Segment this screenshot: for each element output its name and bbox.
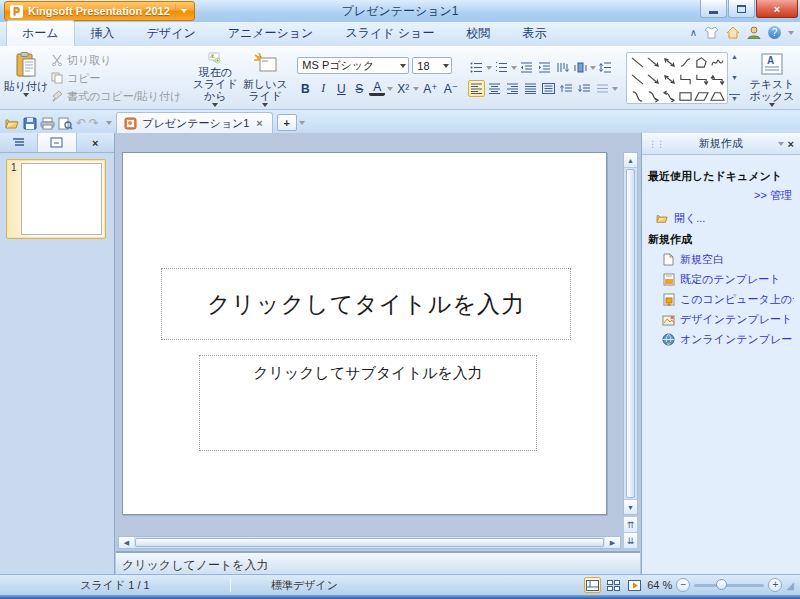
minimize-button[interactable] bbox=[700, 0, 727, 18]
shape-double-arrow-connector[interactable] bbox=[662, 73, 677, 86]
notes-pane[interactable]: クリックしてノートを入力 bbox=[116, 551, 640, 574]
shape-elbow-connector[interactable] bbox=[678, 73, 693, 86]
manage-link[interactable]: >> 管理 bbox=[754, 189, 792, 201]
shape-arrow[interactable] bbox=[646, 56, 661, 69]
align-left-button[interactable] bbox=[468, 80, 485, 97]
collapse-ribbon-icon[interactable]: ∧ bbox=[690, 27, 697, 38]
tab-animation[interactable]: アニメーション bbox=[212, 20, 330, 46]
print-button[interactable] bbox=[40, 117, 55, 130]
open-file-button[interactable] bbox=[5, 117, 20, 130]
open-link[interactable]: 開く... bbox=[674, 211, 705, 226]
font-size-combobox[interactable]: 18 bbox=[412, 57, 452, 74]
shape-curved-arrow-connector[interactable] bbox=[646, 90, 661, 103]
shape-curved-double-arrow-connector[interactable] bbox=[662, 90, 677, 103]
zoom-slider-thumb[interactable] bbox=[716, 579, 727, 590]
chevron-down-icon[interactable] bbox=[778, 142, 784, 146]
increase-paragraph-spacing-button[interactable] bbox=[558, 80, 575, 97]
grow-font-button[interactable]: A⁺ bbox=[421, 80, 439, 97]
decrease-paragraph-spacing-button[interactable] bbox=[576, 80, 593, 97]
text-box-button[interactable]: A テキスト ボックス bbox=[747, 49, 797, 107]
distribute-text-button[interactable] bbox=[540, 80, 557, 97]
account-icon[interactable] bbox=[747, 26, 761, 39]
save-button[interactable] bbox=[23, 117, 37, 130]
new-document-tab-button[interactable]: + bbox=[277, 114, 297, 131]
justify-button[interactable] bbox=[522, 80, 539, 97]
gallery-scroll-up-icon[interactable]: ▲ bbox=[729, 53, 740, 61]
help-icon[interactable]: ? bbox=[768, 26, 781, 39]
shrink-font-button[interactable]: A⁻ bbox=[442, 80, 460, 97]
shape-line-connector[interactable] bbox=[630, 73, 645, 86]
maximize-button[interactable] bbox=[728, 0, 755, 18]
align-right-button[interactable] bbox=[504, 80, 521, 97]
scroll-left-icon[interactable]: ◀ bbox=[119, 537, 134, 548]
outline-view-tab[interactable] bbox=[0, 133, 38, 152]
chevron-down-icon[interactable] bbox=[413, 87, 419, 91]
normal-view-button[interactable] bbox=[584, 577, 601, 593]
scroll-down-icon[interactable]: ▼ bbox=[624, 499, 637, 514]
shape-line[interactable] bbox=[630, 56, 645, 69]
shape-freeform[interactable] bbox=[694, 56, 709, 69]
undo-button[interactable]: ↶ bbox=[76, 116, 86, 130]
shape-double-arrow[interactable] bbox=[662, 56, 677, 69]
zoom-slider[interactable] bbox=[694, 584, 764, 587]
chevron-down-icon[interactable] bbox=[788, 31, 794, 35]
vertical-scrollbar-thumb[interactable] bbox=[626, 169, 635, 498]
computer-template-link[interactable]: このコンピュータ上のテンプレート bbox=[680, 292, 794, 307]
shape-curved-connector[interactable] bbox=[630, 90, 645, 103]
chevron-down-icon[interactable] bbox=[590, 66, 596, 70]
gallery-scroll-down-icon[interactable]: ▼ bbox=[729, 74, 740, 82]
slide-sorter-view-button[interactable] bbox=[605, 577, 622, 593]
tab-home[interactable]: ホーム bbox=[6, 20, 75, 46]
new-slide-button[interactable]: 新しいス ライド bbox=[241, 49, 289, 107]
slides-view-tab[interactable] bbox=[38, 133, 76, 152]
line-spacing-button[interactable] bbox=[597, 59, 614, 76]
new-blank-link[interactable]: 新規空白 bbox=[680, 252, 724, 267]
paste-button[interactable]: 貼り付け bbox=[3, 49, 49, 107]
scroll-right-icon[interactable]: ▶ bbox=[605, 537, 620, 548]
font-name-combobox[interactable]: MS Pゴシック bbox=[297, 57, 409, 74]
horizontal-scrollbar-thumb[interactable] bbox=[135, 538, 604, 547]
cut-button[interactable]: 切り取り bbox=[51, 53, 181, 68]
next-slide-button[interactable]: ⇊ bbox=[623, 533, 638, 549]
align-center-button[interactable] bbox=[486, 80, 503, 97]
chevron-down-icon[interactable] bbox=[486, 66, 492, 70]
strikethrough-button[interactable]: S bbox=[351, 80, 367, 97]
numbered-list-button[interactable] bbox=[493, 59, 510, 76]
tab-insert[interactable]: 挿入 bbox=[75, 20, 131, 46]
chevron-down-icon[interactable] bbox=[612, 87, 618, 91]
tab-list-icon[interactable] bbox=[299, 121, 305, 125]
shape-scribble[interactable] bbox=[710, 56, 725, 69]
increase-indent-button[interactable] bbox=[536, 59, 553, 76]
tab-design[interactable]: デザイン bbox=[131, 20, 212, 46]
vertical-scrollbar[interactable]: ▲ ▼ bbox=[623, 152, 638, 515]
shape-parallelogram[interactable] bbox=[694, 90, 709, 103]
shape-rectangle[interactable] bbox=[678, 90, 693, 103]
scroll-up-icon[interactable]: ▲ bbox=[624, 153, 637, 168]
bold-button[interactable]: B bbox=[297, 80, 313, 97]
from-current-slide-button[interactable]: 現在の スライドから bbox=[189, 49, 241, 107]
slide-panel-close-button[interactable]: × bbox=[77, 133, 114, 152]
default-template-link[interactable]: 既定のテンプレート bbox=[680, 272, 781, 287]
shape-elbow-arrow-connector[interactable] bbox=[694, 73, 709, 86]
shape-elbow-double-arrow-connector[interactable] bbox=[710, 73, 725, 86]
task-pane-title[interactable]: 新規作成 bbox=[668, 136, 774, 151]
shape-arrow-connector[interactable] bbox=[646, 73, 661, 86]
document-tab[interactable]: プレゼンテーション1 × bbox=[116, 112, 273, 133]
document-tab-close-icon[interactable]: × bbox=[254, 117, 264, 129]
chevron-down-icon[interactable] bbox=[511, 66, 517, 70]
slide-canvas[interactable]: クリックしてタイトルを入力 クリックしてサブタイトルを入力 bbox=[122, 152, 607, 515]
tab-review[interactable]: 校閲 bbox=[450, 20, 506, 46]
horizontal-scrollbar[interactable]: ◀ ▶ bbox=[118, 536, 621, 549]
shape-curve[interactable] bbox=[678, 56, 693, 69]
print-preview-button[interactable] bbox=[58, 117, 73, 130]
format-painter-button[interactable]: 書式のコピー/貼り付け bbox=[51, 89, 181, 104]
text-direction-button[interactable] bbox=[572, 59, 589, 76]
decrease-indent-button[interactable] bbox=[518, 59, 535, 76]
redo-button[interactable]: ↷ bbox=[89, 116, 99, 130]
home-icon[interactable] bbox=[726, 26, 740, 39]
vertical-text-button[interactable] bbox=[554, 59, 571, 76]
chevron-down-icon[interactable] bbox=[387, 87, 393, 91]
gallery-more-icon[interactable]: ▼ bbox=[729, 94, 740, 103]
font-color-button[interactable]: A bbox=[369, 81, 385, 96]
bullet-list-button[interactable] bbox=[468, 59, 485, 76]
